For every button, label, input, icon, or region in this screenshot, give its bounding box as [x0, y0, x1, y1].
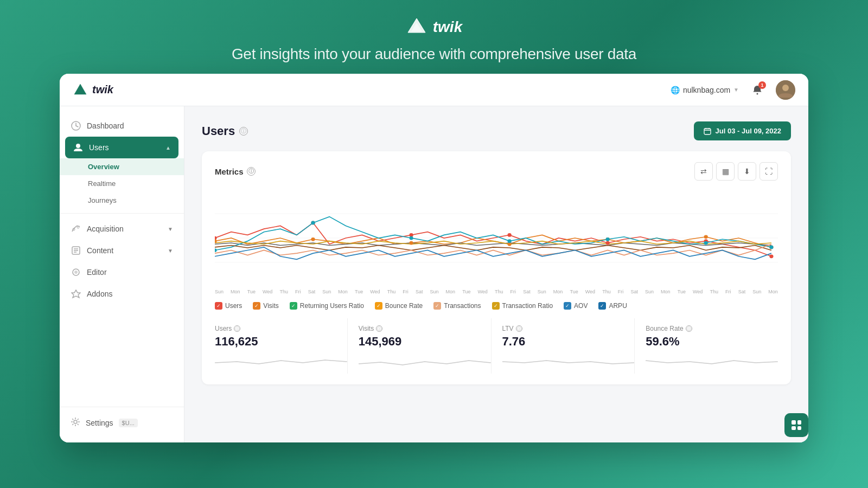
legend-check-transaction-ratio: ✓ [492, 302, 500, 310]
header-brand-name: twik [92, 84, 113, 96]
metrics-title-row: Metrics ⓘ [215, 167, 256, 176]
legend-item-transactions[interactable]: ✓ Transactions [433, 302, 481, 310]
stat-ltv-chart [502, 352, 635, 367]
domain-chevron-icon: ▼ [733, 87, 739, 93]
app-body: Dashboard Users ▲ Overview Realtime [60, 106, 808, 442]
sidebar-item-editor[interactable]: Editor [60, 261, 184, 283]
settings-icon [71, 417, 80, 428]
chart-x-labels: Sun Mon Tue Wed Thu Fri Sat Sun Mon Tue … [215, 287, 778, 297]
avatar-image [776, 80, 795, 100]
legend-item-returning[interactable]: ✓ Returning Users Ratio [290, 302, 364, 310]
sidebar-item-dashboard[interactable]: Dashboard [60, 115, 184, 137]
metrics-title-text: Metrics [215, 167, 244, 176]
users-chevron-icon: ▲ [165, 145, 171, 151]
legend-check-arpu: ✓ [598, 302, 606, 310]
legend-item-arpu[interactable]: ✓ ARPU [598, 302, 627, 310]
table-button[interactable]: ▦ [716, 162, 735, 181]
sidebar-sub-realtime-label: Realtime [88, 179, 116, 188]
stat-bounce-info[interactable]: ⓘ [686, 325, 692, 332]
stat-visits-value: 145,969 [359, 335, 491, 349]
stats-row: Users ⓘ 116,625 Visits ⓘ [215, 318, 778, 374]
sidebar-divider-1 [60, 213, 184, 214]
legend-check-transactions: ✓ [433, 302, 441, 310]
top-banner: twik Get insights into your audience wit… [232, 0, 636, 63]
legend-label-arpu: ARPU [609, 302, 627, 310]
addons-icon [71, 288, 81, 299]
app-header: twik 🌐 nulknbag.com ▼ 1 [60, 74, 808, 106]
page-title-info-icon[interactable]: ⓘ [239, 127, 248, 136]
stat-visits: Visits ⓘ 145,969 [348, 318, 492, 374]
twik-logo-icon [406, 16, 427, 38]
legend-check-returning: ✓ [290, 302, 297, 310]
date-range-button[interactable]: Jul 03 - Jul 09, 2022 [694, 121, 791, 140]
sidebar-item-acquisition[interactable]: Acquisition ▼ [60, 218, 184, 240]
sidebar-settings-label: Settings [86, 419, 113, 427]
sidebar-sub-journeys[interactable]: Journeys [60, 192, 184, 209]
sidebar-item-addons[interactable]: Addons [60, 283, 184, 305]
legend-label-bounce: Bounce Rate [385, 302, 423, 310]
svg-point-34 [409, 241, 413, 245]
expand-button[interactable]: ⛶ [760, 162, 778, 181]
legend-label-returning: Returning Users Ratio [300, 302, 364, 310]
stat-ltv-value: 7.76 [502, 335, 635, 349]
sidebar-item-users[interactable]: Users ▲ [65, 137, 178, 158]
stat-ltv-info[interactable]: ⓘ [516, 325, 522, 332]
sidebar-sub-realtime[interactable]: Realtime [60, 175, 184, 192]
legend-item-users[interactable]: ✓ Users [215, 302, 242, 310]
metrics-info-icon[interactable]: ⓘ [247, 167, 256, 176]
stat-users-info[interactable]: ⓘ [234, 325, 240, 332]
legend-item-transaction-ratio[interactable]: ✓ Transaction Ratio [492, 302, 553, 310]
svg-point-42 [508, 239, 512, 243]
svg-point-44 [704, 241, 708, 245]
sidebar-sub-journeys-label: Journeys [88, 196, 117, 204]
sidebar-item-label: Dashboard [87, 121, 173, 130]
date-range-label: Jul 03 - Jul 09, 2022 [716, 127, 781, 135]
svg-point-28 [508, 233, 512, 237]
sidebar-users-label: Users [89, 143, 160, 152]
svg-point-33 [311, 237, 315, 241]
sidebar-editor-label: Editor [87, 268, 173, 277]
stat-bounce-label: Bounce Rate ⓘ [646, 325, 778, 332]
sidebar-addons-label: Addons [87, 290, 173, 298]
sidebar-bottom: Settings $U... [60, 407, 184, 434]
svg-point-31 [769, 254, 773, 258]
domain-selector[interactable]: 🌐 nulknbag.com ▼ [671, 86, 739, 94]
users-icon [73, 142, 84, 153]
stat-ltv-label: LTV ⓘ [502, 325, 635, 332]
svg-point-37 [704, 235, 708, 239]
header-brand: twik [73, 82, 113, 98]
stat-bounce-chart [646, 352, 778, 367]
sidebar-sub-overview[interactable]: Overview [60, 158, 184, 175]
svg-point-17 [74, 420, 77, 423]
legend-check-visits: ✓ [253, 302, 260, 310]
sidebar: Dashboard Users ▲ Overview Realtime [60, 106, 184, 442]
sidebar-content-label: Content [87, 246, 162, 255]
dashboard-icon [71, 120, 81, 131]
globe-icon: 🌐 [671, 86, 680, 94]
download-button[interactable]: ⬇ [738, 162, 756, 181]
apps-widget-button[interactable] [784, 413, 808, 437]
stat-visits-info[interactable]: ⓘ [376, 325, 382, 332]
svg-point-41 [409, 236, 413, 240]
sidebar-sub-overview-label: Overview [88, 163, 119, 171]
notification-button[interactable]: 1 [748, 80, 767, 100]
acquisition-chevron-icon: ▼ [168, 226, 173, 232]
legend-item-aov[interactable]: ✓ AOV [564, 302, 588, 310]
svg-point-43 [606, 237, 610, 241]
header-right: 🌐 nulknbag.com ▼ 1 [671, 80, 795, 100]
user-avatar[interactable] [776, 80, 795, 100]
settings-badge: $U... [119, 419, 138, 427]
legend-item-visits[interactable]: ✓ Visits [253, 302, 278, 310]
sidebar-item-settings[interactable]: Settings $U... [60, 412, 184, 434]
content-chevron-icon: ▼ [168, 248, 173, 254]
legend-label-transaction-ratio: Transaction Ratio [502, 302, 553, 310]
stat-users: Users ⓘ 116,625 [215, 318, 348, 374]
stat-bounce: Bounce Rate ⓘ 59.6% [635, 318, 778, 374]
metrics-card: Metrics ⓘ ⇄ ▦ ⬇ ⛶ [202, 151, 791, 384]
swap-button[interactable]: ⇄ [694, 162, 713, 181]
sidebar-item-content[interactable]: Content ▼ [60, 240, 184, 261]
svg-point-45 [769, 246, 773, 249]
legend-item-bounce[interactable]: ✓ Bounce Rate [375, 302, 423, 310]
sidebar-acquisition-label: Acquisition [87, 224, 162, 233]
legend-check-bounce: ✓ [375, 302, 382, 310]
